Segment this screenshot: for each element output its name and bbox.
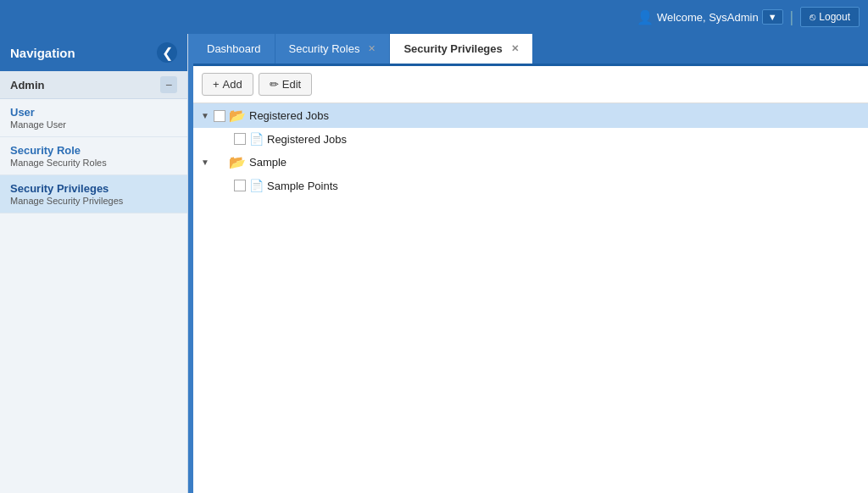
tree-toggle-sample[interactable]: ▼	[200, 158, 210, 168]
tab-security-privileges-close[interactable]: ✕	[511, 43, 519, 54]
tree-row-sample-group[interactable]: ▼ 📂 Sample	[193, 150, 868, 174]
logout-label: Logout	[819, 11, 850, 23]
edit-button[interactable]: ✏ Edit	[259, 73, 312, 96]
admin-collapse-button[interactable]: −	[160, 76, 177, 93]
sidebar-title: Navigation	[10, 46, 75, 60]
tab-security-roles[interactable]: Security Roles ✕	[275, 34, 391, 64]
tree-label-sample-group: Sample	[249, 156, 287, 169]
tree-row-registered-jobs-group[interactable]: ▼ 📂 Registered Jobs	[193, 103, 868, 128]
tree-toggle-registered-jobs[interactable]: ▼	[200, 111, 210, 121]
sidebar-item-security-role-title: Security Role	[10, 144, 177, 157]
sidebar-item-user-subtitle: Manage User	[10, 119, 177, 130]
sidebar-item-security-role[interactable]: Security Role Manage Security Roles	[0, 137, 187, 175]
logout-button[interactable]: ⎋ Logout	[800, 7, 860, 27]
tab-security-privileges-label: Security Privileges	[403, 42, 502, 55]
sidebar-item-security-privileges-subtitle: Manage Security Privileges	[10, 196, 177, 206]
user-icon: 👤	[637, 9, 654, 25]
sidebar: Navigation ❮ Admin − User Manage User Se…	[0, 34, 188, 493]
tab-security-roles-label: Security Roles	[289, 42, 360, 55]
sidebar-collapse-button[interactable]: ❮	[157, 42, 177, 63]
file-icon-sample-points: 📄	[249, 179, 264, 192]
main-layout: Navigation ❮ Admin − User Manage User Se…	[0, 34, 868, 493]
sidebar-item-security-privileges[interactable]: Security Privileges Manage Security Priv…	[0, 175, 187, 213]
add-icon: +	[213, 78, 220, 91]
sidebar-item-security-privileges-title: Security Privileges	[10, 182, 177, 195]
folder-icon-registered-jobs: 📂	[229, 108, 246, 124]
add-label: Add	[223, 78, 242, 91]
tree-checkbox-registered-jobs-group[interactable]	[214, 110, 225, 122]
tree-checkbox-sample-points[interactable]	[234, 180, 246, 191]
user-section: 👤 Welcome, SysAdmin ▼	[637, 9, 783, 25]
sidebar-item-user[interactable]: User Manage User	[0, 99, 187, 137]
file-icon-registered-jobs: 📄	[249, 132, 264, 146]
tab-security-privileges[interactable]: Security Privileges ✕	[390, 34, 532, 64]
edit-icon: ✏	[270, 78, 279, 91]
user-dropdown-button[interactable]: ▼	[762, 9, 783, 25]
welcome-text: Welcome, SysAdmin	[657, 11, 759, 24]
tree-row-sample-points-item[interactable]: ▶ 📄 Sample Points	[193, 174, 868, 197]
tab-dashboard[interactable]: Dashboard	[193, 34, 275, 64]
tab-security-roles-close[interactable]: ✕	[368, 43, 376, 54]
sidebar-item-security-role-subtitle: Manage Security Roles	[10, 158, 177, 168]
tree-row-registered-jobs-item[interactable]: ▶ 📄 Registered Jobs	[193, 128, 868, 150]
tab-dashboard-label: Dashboard	[207, 42, 261, 55]
tree-checkbox-registered-jobs-item[interactable]	[234, 133, 246, 145]
edit-label: Edit	[282, 78, 301, 91]
add-button[interactable]: + Add	[202, 73, 253, 96]
logout-icon: ⎋	[810, 11, 815, 23]
tree-area: ▼ 📂 Registered Jobs ▶ 📄 Registered Jobs …	[193, 103, 868, 493]
admin-section-label: Admin	[10, 79, 44, 91]
topbar: 👤 Welcome, SysAdmin ▼ | ⎋ Logout	[0, 0, 868, 34]
tree-label-registered-jobs-item: Registered Jobs	[267, 133, 347, 146]
tabs-bar: Dashboard Security Roles ✕ Security Priv…	[193, 34, 868, 66]
sidebar-header: Navigation ❮	[0, 34, 187, 71]
sidebar-item-user-title: User	[10, 106, 177, 119]
tree-label-registered-jobs-group: Registered Jobs	[249, 109, 329, 122]
tree-label-sample-points: Sample Points	[267, 180, 338, 192]
topbar-divider: |	[790, 8, 794, 26]
toolbar: + Add ✏ Edit	[193, 66, 868, 103]
folder-icon-sample: 📂	[229, 154, 246, 170]
content-area: Dashboard Security Roles ✕ Security Priv…	[193, 34, 868, 493]
admin-section-header: Admin −	[0, 71, 187, 99]
